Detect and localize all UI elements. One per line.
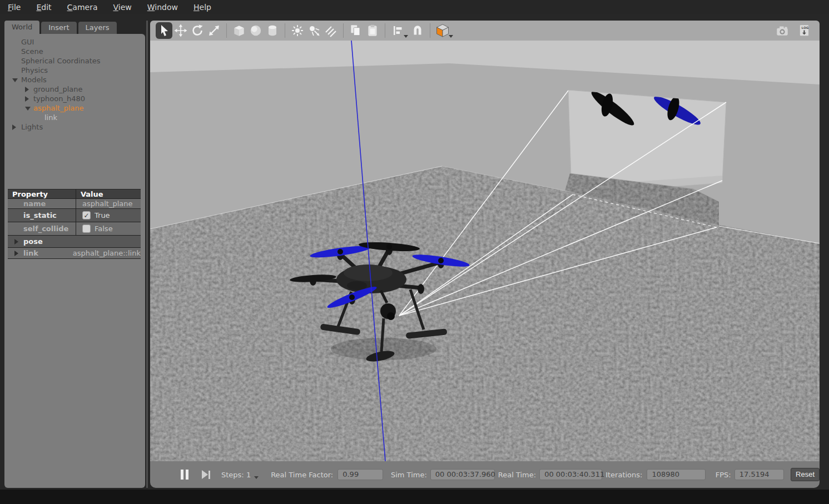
align-dropdown-caret[interactable] [404, 35, 408, 38]
copy-icon [349, 23, 363, 38]
scale-icon [207, 24, 221, 37]
cylinder-icon [265, 23, 280, 38]
expander-right-icon[interactable] [14, 239, 18, 244]
pause-button[interactable] [181, 470, 188, 480]
spot-light-icon [307, 24, 321, 37]
cylinder-tool-button[interactable] [264, 22, 281, 39]
svg-text:LOG: LOG [802, 26, 809, 29]
fps-field[interactable]: 17.5194 [734, 469, 784, 480]
tree-item-lights[interactable]: Lights [4, 122, 145, 132]
view-angle-dropdown-caret[interactable] [449, 35, 453, 38]
log-download-icon: LOG [797, 23, 812, 38]
name-value: asphalt_plane [82, 199, 132, 208]
property-row-link[interactable]: link asphalt_plane::link [8, 248, 141, 259]
tree-item-link[interactable]: link [4, 113, 145, 122]
tab-layers[interactable]: Layers [78, 22, 117, 34]
expander-down-icon[interactable] [12, 78, 18, 82]
rotate-tool-button[interactable] [189, 22, 206, 39]
fps-label: FPS: [716, 471, 731, 479]
scene-3d-svg [150, 41, 820, 461]
translate-tool-button[interactable] [172, 22, 189, 39]
toolbar-separator [285, 23, 285, 38]
rotate-icon [191, 24, 204, 37]
directional-light-icon [324, 24, 337, 37]
toolbar-separator [430, 23, 430, 38]
tab-world[interactable]: World [4, 21, 39, 34]
panel-splitter[interactable] [146, 21, 148, 488]
toolbar-separator [226, 23, 227, 38]
sim-time-field[interactable]: 00 00:03:37.960 [430, 469, 495, 480]
is-static-checkbox[interactable]: ✓ [82, 211, 91, 219]
snap-tool-button[interactable] [409, 22, 426, 39]
rtf-field[interactable]: 0.99 [337, 469, 383, 480]
viewport-toolbar: LOG [150, 21, 820, 41]
scale-tool-button[interactable] [206, 22, 222, 39]
spot-light-tool-button[interactable] [306, 22, 322, 39]
tree-item-models[interactable]: Models [4, 75, 145, 84]
left-panel: World Insert Layers GUI Scene Spherical … [4, 21, 145, 488]
rtf-label: Real Time Factor: [271, 471, 333, 479]
tab-insert[interactable]: Insert [41, 22, 76, 34]
link-value: asphalt_plane::link [73, 249, 141, 257]
sphere-icon [249, 23, 263, 38]
property-row-self-collide[interactable]: self_collide False [8, 222, 141, 236]
expander-right-icon[interactable] [12, 124, 16, 130]
paste-icon [365, 23, 380, 38]
menu-camera[interactable]: Camera [59, 1, 106, 14]
tree-item-physics[interactable]: Physics [4, 66, 145, 75]
menu-window[interactable]: Window [140, 1, 186, 14]
steps-dropdown-caret[interactable] [254, 476, 259, 479]
translate-icon [174, 24, 187, 37]
copy-button[interactable] [348, 22, 364, 39]
select-arrow-icon [157, 24, 171, 37]
box-tool-button[interactable] [231, 22, 247, 39]
toolbar-separator [385, 23, 385, 38]
expander-right-icon[interactable] [25, 96, 29, 102]
is-static-value: True [95, 211, 110, 219]
tree-item-ground-plane[interactable]: ground_plane [4, 84, 145, 94]
property-table-header: Property Value [8, 189, 141, 199]
iterations-field[interactable]: 108980 [647, 469, 705, 480]
point-light-icon [291, 24, 304, 37]
snap-magnet-icon [410, 23, 425, 38]
select-tool-button[interactable] [156, 22, 172, 39]
menu-view[interactable]: View [106, 1, 140, 14]
camera-icon [775, 23, 790, 38]
property-row-name[interactable]: name asphalt_plane [8, 199, 141, 209]
screenshot-button[interactable] [774, 22, 791, 39]
window-bottom-edge [0, 490, 829, 504]
scene-3d-view[interactable] [150, 41, 820, 461]
real-time-label: Real Time: [498, 471, 536, 479]
tree-item-typhoon-h480[interactable]: typhoon_h480 [4, 94, 145, 103]
world-tree: GUI Scene Spherical Coordinates Physics … [4, 37, 145, 132]
tree-item-gui[interactable]: GUI [4, 37, 145, 47]
simulation-status-bar: Steps: 1 Real Time Factor: 0.99 Sim Time… [150, 461, 820, 488]
log-record-button[interactable]: LOG [796, 22, 813, 39]
expander-right-icon[interactable] [14, 251, 18, 256]
reset-button[interactable]: Reset [791, 468, 820, 481]
sphere-tool-button[interactable] [247, 22, 264, 39]
self-collide-checkbox[interactable] [82, 224, 91, 233]
paste-button[interactable] [364, 22, 381, 39]
expander-down-icon[interactable] [25, 107, 31, 111]
viewport-panel: LOG [150, 21, 820, 488]
align-icon [391, 24, 404, 37]
tree-item-spherical-coordinates[interactable]: Spherical Coordinates [4, 56, 145, 66]
tree-item-scene[interactable]: Scene [4, 47, 145, 56]
menu-help[interactable]: Help [186, 1, 219, 14]
property-row-is-static[interactable]: is_static ✓ True [8, 209, 141, 222]
property-table: Property Value name asphalt_plane is_sta… [8, 189, 141, 259]
tree-item-asphalt-plane[interactable]: asphalt_plane [4, 103, 145, 113]
gazebo-window: File Edit Camera View Window Help World … [0, 0, 829, 504]
menu-file[interactable]: File [0, 1, 28, 14]
point-light-tool-button[interactable] [289, 22, 306, 39]
menu-edit[interactable]: Edit [28, 1, 59, 14]
step-button[interactable] [202, 470, 210, 479]
real-time-field[interactable]: 00 00:03:40.311 [539, 469, 602, 480]
expander-right-icon[interactable] [25, 87, 29, 92]
property-row-pose[interactable]: pose [8, 236, 141, 248]
steps-label[interactable]: Steps: 1 [221, 471, 251, 479]
self-collide-value: False [95, 224, 113, 233]
panel-tabs: World Insert Layers [4, 21, 117, 34]
directional-light-tool-button[interactable] [322, 22, 339, 39]
